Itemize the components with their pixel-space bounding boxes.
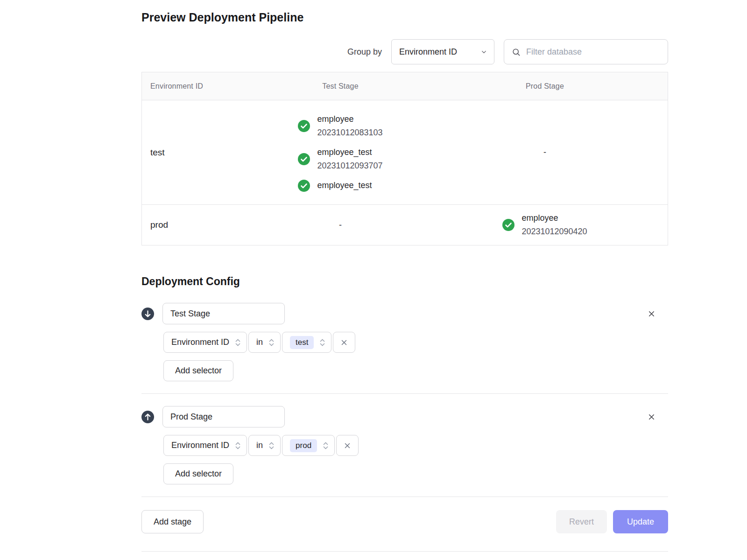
deployment-item: employee 20231012083103 <box>298 112 382 140</box>
deployment-list: employee 20231012090420 <box>502 205 587 245</box>
deployment-item: employee_test 20231012093707 <box>298 146 382 173</box>
chevrons-up-down-icon <box>235 338 241 347</box>
database-name: employee <box>521 211 587 225</box>
column-header-environment-id: Environment ID <box>142 72 259 100</box>
deployment-list: employee 20231012083103 employee_test 20… <box>298 100 382 204</box>
test-stage-cell: employee 20231012083103 employee_test 20… <box>259 100 422 204</box>
group-by-label: Group by <box>347 47 382 57</box>
selector-value-tag: test <box>290 336 314 349</box>
check-circle-icon <box>502 219 514 231</box>
prod-stage-cell: employee 20231012090420 <box>422 205 668 245</box>
page-title: Preview Deployment Pipeline <box>141 10 668 24</box>
table-row-prod: prod - employee 20231012090420 <box>142 204 668 245</box>
deployment-item: employee 20231012090420 <box>502 211 587 238</box>
selector-value-select[interactable]: test <box>282 332 331 353</box>
selector-value-select[interactable]: prod <box>282 435 335 456</box>
selector-key-select[interactable]: Environment ID <box>163 435 247 456</box>
selector-operator-select[interactable]: in <box>248 332 281 353</box>
empty-cell: - <box>422 100 668 204</box>
environment-label: prod <box>142 205 259 245</box>
bottom-divider <box>141 551 668 552</box>
revert-button[interactable]: Revert <box>556 510 607 533</box>
arrow-down-circle-icon <box>141 308 154 320</box>
deployment-text: employee 20231012083103 <box>317 112 382 140</box>
deployment-text: employee_test <box>317 179 372 192</box>
remove-selector-button[interactable] <box>336 435 359 456</box>
check-circle-icon <box>298 180 310 192</box>
stage-header <box>141 303 668 324</box>
deployment-config-title: Deployment Config <box>141 275 668 288</box>
stage-name-input[interactable] <box>162 303 285 324</box>
search-icon <box>512 48 521 56</box>
add-stage-button[interactable]: Add stage <box>141 510 204 533</box>
chevron-down-icon <box>480 49 487 56</box>
divider <box>141 393 668 394</box>
selector-key-value: Environment ID <box>171 441 229 450</box>
selector-row: Environment ID in test <box>163 332 668 353</box>
deployment-item: employee_test <box>298 179 372 192</box>
close-icon <box>340 338 348 347</box>
group-by-select[interactable]: Environment ID <box>391 39 494 64</box>
table-row-test: test employee 20231012083103 employee_te… <box>142 100 668 204</box>
close-icon <box>343 441 352 450</box>
chevrons-up-down-icon <box>268 441 275 450</box>
toolbar: Group by Environment ID <box>141 39 668 64</box>
close-icon <box>647 413 656 421</box>
database-timestamp: 20231012093707 <box>317 159 382 173</box>
filter-database-input[interactable] <box>525 47 660 57</box>
footer-actions: Add stage Revert Update <box>141 510 668 533</box>
update-button[interactable]: Update <box>613 510 668 533</box>
selector-key-select[interactable]: Environment ID <box>163 332 247 353</box>
add-selector-button[interactable]: Add selector <box>163 463 233 484</box>
selector-operator-select[interactable]: in <box>248 435 281 456</box>
column-header-prod-stage: Prod Stage <box>422 72 668 100</box>
check-circle-icon <box>298 153 310 165</box>
remove-stage-button[interactable] <box>645 411 658 423</box>
environment-label: test <box>142 100 259 204</box>
remove-selector-button[interactable] <box>333 332 355 353</box>
arrow-up-circle-icon <box>141 411 154 423</box>
deployment-text: employee 20231012090420 <box>521 211 587 238</box>
pipeline-table: Environment ID Test Stage Prod Stage tes… <box>141 72 668 245</box>
database-timestamp: 20231012090420 <box>521 225 587 238</box>
group-by-value: Environment ID <box>399 47 457 57</box>
chevrons-up-down-icon <box>268 338 275 347</box>
check-circle-icon <box>298 120 310 132</box>
filter-database-box <box>504 39 668 64</box>
remove-stage-button[interactable] <box>645 308 658 320</box>
deployment-text: employee_test 20231012093707 <box>317 146 382 173</box>
selector-value-tag: prod <box>290 439 317 452</box>
stage-block-prod: Environment ID in prod Add selector <box>141 406 668 484</box>
chevrons-up-down-icon <box>319 338 325 347</box>
empty-cell: - <box>259 205 422 245</box>
add-selector-button[interactable]: Add selector <box>163 360 233 381</box>
divider <box>141 497 668 497</box>
table-header-row: Environment ID Test Stage Prod Stage <box>142 72 668 100</box>
selector-key-value: Environment ID <box>171 337 229 347</box>
database-name: employee_test <box>317 146 382 159</box>
selector-row: Environment ID in prod <box>163 435 668 456</box>
column-header-test-stage: Test Stage <box>259 72 422 100</box>
stage-header <box>141 406 668 427</box>
selector-operator-value: in <box>256 337 263 347</box>
selector-operator-value: in <box>256 441 263 450</box>
close-icon <box>647 309 656 318</box>
database-timestamp: 20231012083103 <box>317 126 382 140</box>
chevrons-up-down-icon <box>235 441 241 450</box>
stage-name-input[interactable] <box>162 406 285 427</box>
database-name: employee <box>317 112 382 126</box>
chevrons-up-down-icon <box>323 441 329 450</box>
database-name: employee_test <box>317 179 372 192</box>
main-content: Preview Deployment Pipeline Group by Env… <box>141 0 668 552</box>
stage-block-test: Environment ID in test Add selector <box>141 303 668 381</box>
